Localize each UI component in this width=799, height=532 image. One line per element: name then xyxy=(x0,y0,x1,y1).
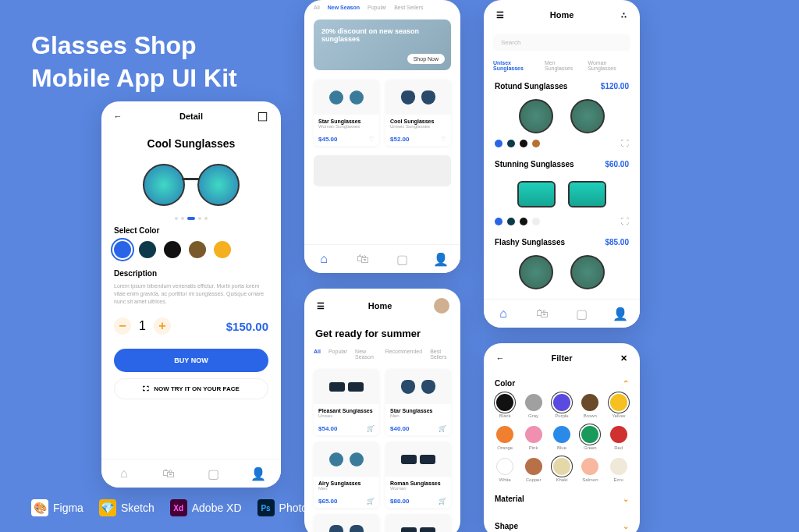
qty-plus[interactable]: + xyxy=(154,317,171,335)
color-swatch[interactable] xyxy=(610,458,627,475)
tab[interactable]: Unisex Sunglasses xyxy=(493,60,537,71)
filter-color-option[interactable]: Pink xyxy=(523,426,543,450)
carousel-dots[interactable] xyxy=(101,217,281,220)
menu-icon[interactable]: ☰ xyxy=(495,9,506,20)
product-card[interactable]: Pleasant Sunglasses Unisex $54.00 🛒 xyxy=(314,369,379,435)
color-swatch[interactable] xyxy=(507,218,515,225)
product-card[interactable]: Airy Sunglasses Men $65.00 🛒 xyxy=(314,442,379,508)
color-swatch[interactable] xyxy=(525,458,542,475)
color-swatch[interactable] xyxy=(495,140,502,147)
nav-bag-icon[interactable]: 🛍 xyxy=(162,467,175,480)
nav-bag-icon[interactable]: 🛍 xyxy=(357,253,369,265)
filter-section-material[interactable]: Material⌄ xyxy=(495,495,629,503)
product-list-item[interactable]: Rotund Sunglasses $120.00 ⛶ xyxy=(484,76,640,154)
close-icon[interactable]: ✕ xyxy=(618,353,629,364)
scan-icon[interactable]: ⛶ xyxy=(621,139,629,147)
color-swatch[interactable] xyxy=(532,140,540,147)
bookmark-icon[interactable]: ⃞ xyxy=(259,111,270,122)
nav-bookmark-icon[interactable]: ▢ xyxy=(208,467,220,480)
filter-color-option[interactable]: Purple xyxy=(552,394,572,418)
color-swatch[interactable] xyxy=(189,241,206,258)
nav-home-icon[interactable]: ⌂ xyxy=(118,467,130,480)
filter-color-option[interactable]: Orange xyxy=(495,426,515,450)
color-swatch[interactable] xyxy=(496,426,513,443)
color-swatch[interactable] xyxy=(553,426,570,443)
color-swatch[interactable] xyxy=(525,394,542,411)
try-on-button[interactable]: ⛶NOW TRY IT ON YOUR FACE xyxy=(114,378,268,399)
quantity-stepper[interactable]: − 1 + xyxy=(114,317,171,335)
product-card[interactable]: Clas Sunglasses 🛒 xyxy=(385,514,451,532)
tab[interactable]: Best Sellers xyxy=(430,349,451,360)
filter-color-option[interactable]: Gray xyxy=(523,394,543,418)
scan-icon[interactable]: ⛶ xyxy=(621,217,629,225)
filter-color-option[interactable]: Yellow xyxy=(609,394,629,418)
nav-home-icon[interactable]: ⌂ xyxy=(497,307,510,320)
color-swatch[interactable] xyxy=(525,426,542,443)
cart-icon[interactable]: 🛒 xyxy=(439,498,446,505)
heart-icon[interactable]: ♡ xyxy=(369,136,375,143)
filter-color-option[interactable]: Ecru xyxy=(609,458,629,482)
filter-color-option[interactable]: White xyxy=(495,458,515,482)
color-swatch[interactable] xyxy=(214,241,231,258)
nav-profile-icon[interactable]: 👤 xyxy=(252,467,265,480)
product-card[interactable]: Star Sunglasses Men $40.00 🛒 xyxy=(385,369,451,435)
color-swatch[interactable] xyxy=(164,241,181,258)
tab[interactable]: Men Sunglasses xyxy=(545,60,580,71)
nav-bookmark-icon[interactable]: ▢ xyxy=(396,253,408,265)
buy-now-button[interactable]: BUY NOW xyxy=(114,349,268,372)
filter-color-option[interactable]: Black xyxy=(495,394,515,418)
color-swatch[interactable] xyxy=(114,241,131,258)
filter-color-option[interactable]: Copper xyxy=(523,458,543,482)
promo-banner[interactable]: 20% discount on new season sunglasses Sh… xyxy=(314,20,451,70)
color-swatch[interactable] xyxy=(507,140,515,147)
color-swatch[interactable] xyxy=(581,426,598,443)
nav-bookmark-icon[interactable]: ▢ xyxy=(575,307,588,320)
color-swatch[interactable] xyxy=(581,458,598,475)
qty-minus[interactable]: − xyxy=(114,317,131,335)
tab-all[interactable]: All xyxy=(314,5,320,10)
heart-icon[interactable]: ♡ xyxy=(441,136,446,143)
filter-section-shape[interactable]: Shape⌄ xyxy=(495,522,629,530)
color-swatch[interactable] xyxy=(496,394,513,411)
avatar[interactable] xyxy=(434,298,449,314)
color-swatch[interactable] xyxy=(139,241,156,258)
color-swatch[interactable] xyxy=(610,394,627,411)
product-card[interactable]: Cool Sunglasses Unisex Sunglasses $52.00… xyxy=(385,80,451,146)
tab[interactable]: New Season xyxy=(355,349,378,360)
back-icon[interactable]: ← xyxy=(495,353,506,364)
shop-now-button[interactable]: Shop Now xyxy=(407,54,445,64)
nav-profile-icon[interactable]: 👤 xyxy=(614,307,627,320)
settings-icon[interactable]: ⛬ xyxy=(618,9,629,20)
product-list-item[interactable]: Stunning Sunglasses $60.00 ⛶ xyxy=(484,154,640,232)
product-card[interactable]: Cool Sunglasses Unisex 🛒 xyxy=(314,514,379,532)
tab-best-sellers[interactable]: Best Sellers xyxy=(394,5,423,10)
filter-color-option[interactable]: Brown xyxy=(580,394,600,418)
filter-color-option[interactable]: Red xyxy=(609,426,629,450)
color-swatch[interactable] xyxy=(532,218,540,225)
search-input[interactable]: Search xyxy=(493,34,630,51)
product-card[interactable]: Roman Sunglasses Woman $80.00 🛒 xyxy=(385,442,451,508)
product-card[interactable]: Star Sunglasses Woman Sunglasses $45.00 … xyxy=(314,80,379,146)
color-swatch[interactable] xyxy=(553,394,570,411)
tab[interactable]: All xyxy=(314,349,321,360)
color-swatch[interactable] xyxy=(520,140,527,147)
cart-icon[interactable]: 🛒 xyxy=(367,425,375,432)
filter-color-option[interactable]: Salmon xyxy=(580,458,600,482)
tab[interactable]: Recommended xyxy=(385,349,422,360)
tab-popular[interactable]: Popular xyxy=(368,5,386,10)
tab[interactable]: Woman Sunglasses xyxy=(588,60,630,71)
color-swatch[interactable] xyxy=(520,218,527,225)
tab-new-season[interactable]: New Season xyxy=(328,5,360,10)
nav-bag-icon[interactable]: 🛍 xyxy=(536,307,549,320)
color-swatch[interactable] xyxy=(495,218,502,225)
product-list-item[interactable]: Flashy Sunglasses $85.00 xyxy=(484,232,640,301)
color-swatch[interactable] xyxy=(610,426,627,443)
back-icon[interactable]: ← xyxy=(112,111,123,122)
cart-icon[interactable]: 🛒 xyxy=(439,425,446,432)
tab[interactable]: Popular xyxy=(328,349,347,360)
nav-profile-icon[interactable]: 👤 xyxy=(435,253,447,265)
filter-color-option[interactable]: Green xyxy=(580,426,600,450)
filter-color-option[interactable]: Blue xyxy=(552,426,572,450)
nav-home-icon[interactable]: ⌂ xyxy=(318,253,330,265)
menu-icon[interactable]: ☰ xyxy=(315,300,326,311)
